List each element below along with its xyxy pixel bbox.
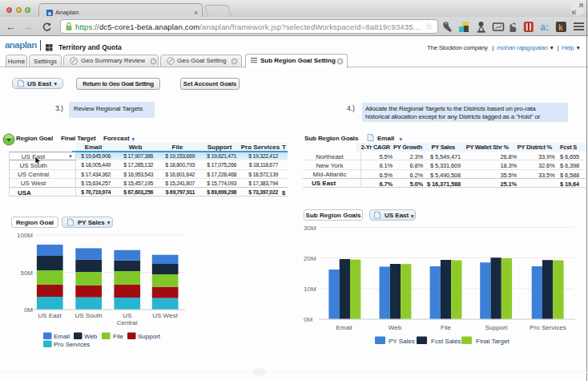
svg-text:US East: US East bbox=[38, 312, 62, 319]
svg-text:k: k bbox=[558, 23, 563, 32]
svg-text:Central: Central bbox=[117, 319, 138, 326]
svg-text:Final Target: Final Target bbox=[476, 338, 509, 345]
svg-text:Email: Email bbox=[336, 324, 352, 331]
svg-text:File: File bbox=[441, 324, 451, 331]
svg-text:Web: Web bbox=[389, 324, 402, 331]
svg-text:0M: 0M bbox=[24, 306, 33, 314]
svg-text:Fcst Sales: Fcst Sales bbox=[431, 338, 461, 345]
svg-text:0M: 0M bbox=[304, 316, 312, 323]
svg-text:a:: a: bbox=[540, 22, 549, 33]
svg-text:20M: 20M bbox=[304, 255, 316, 262]
svg-text:50M: 50M bbox=[20, 270, 33, 277]
svg-text:US South: US South bbox=[75, 312, 102, 319]
svg-text:PY Sales: PY Sales bbox=[389, 338, 415, 345]
svg-text:Support: Support bbox=[138, 333, 161, 340]
svg-text:Pro Services: Pro Services bbox=[54, 341, 90, 348]
svg-text:30M: 30M bbox=[304, 225, 316, 232]
svg-text:100M: 100M bbox=[17, 232, 33, 239]
svg-text:a: a bbox=[48, 10, 51, 15]
svg-text:Pro Services: Pro Services bbox=[530, 324, 566, 331]
svg-text:US: US bbox=[123, 312, 131, 319]
svg-text:Web: Web bbox=[84, 333, 98, 340]
svg-text:File: File bbox=[113, 333, 123, 340]
svg-text:Support: Support bbox=[485, 324, 508, 331]
svg-text:US West: US West bbox=[152, 312, 178, 319]
svg-text:Email: Email bbox=[54, 333, 70, 340]
svg-text:10M: 10M bbox=[304, 286, 316, 293]
